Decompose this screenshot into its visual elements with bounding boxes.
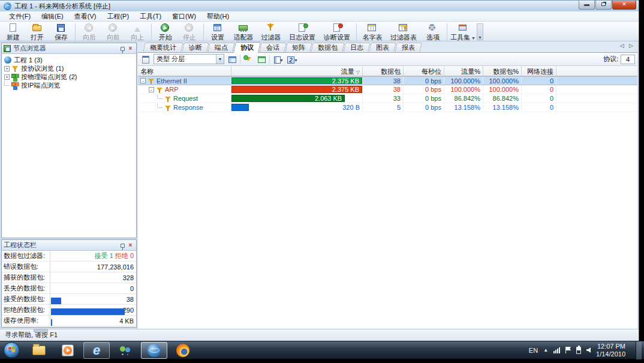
open-button[interactable]: 打开 [25,22,49,41]
column-header-packets-pct[interactable]: 数据包% [483,66,522,76]
taskbar-media-player-button[interactable] [55,342,81,359]
taskbar-capsa-button[interactable] [141,342,167,359]
tree-item-project[interactable]: 工程 1 (3) [4,56,136,64]
tab-protocol[interactable]: 协议 [233,42,261,53]
tab-summary[interactable]: 概要统计 [143,43,183,52]
protocol-row-arp-response[interactable]: Response 320 B 5 0 bps 13.158% 13.158% 0 [138,103,637,112]
menu-tools[interactable]: 工具(T) [134,12,167,21]
tab-chart[interactable]: 图表 [369,43,396,52]
toolbar-separator [75,23,76,40]
close-button[interactable]: ✕ [612,1,636,10]
export-table-icon[interactable] [256,55,267,64]
status-row-captured-packets: 捕获的数据包: 328 [2,272,136,283]
desktop-screen: 工程 1 - 科来网络分析系统 [停止] ▬ ✕ 文件(F) 编辑(E) 查看(… [0,0,644,363]
language-indicator[interactable]: EN [529,347,538,354]
taskbar-messenger-button[interactable] [112,342,139,359]
diagnosis-settings-icon [332,23,342,34]
pin-button[interactable] [119,44,127,52]
menu-window[interactable]: 窗口(W) [167,12,201,21]
display-type-combobox[interactable]: 类型 分层▼ [154,54,224,64]
new-file-icon [8,23,19,34]
filter-button[interactable]: 过滤器 [257,22,285,41]
protocol-row-arp[interactable]: - ARP 2.375 KB 38 0 bps 100.000% 100.000… [138,85,637,94]
new-button[interactable]: 新建 [1,22,25,41]
tab-scroll-arrows[interactable]: ◁ ▷ [620,43,635,49]
tree-expander[interactable]: + [4,74,10,80]
restore-icon [601,2,606,6]
taskbar-firefox-button[interactable] [170,342,196,359]
export-report-icon[interactable] [140,55,151,64]
tree-item-protocol-explore[interactable]: + 按协议浏览 (1) [4,64,136,73]
tree-expander[interactable]: + [4,66,10,71]
column-header-traffic-pct[interactable]: 流量% [444,66,483,76]
tab-diagnosis[interactable]: 诊断 [182,43,209,52]
filter-table-button[interactable]: 过滤器表 [386,22,421,41]
tree-connector [157,103,162,108]
column-header-connections[interactable]: 网络连接 [522,66,556,76]
protocol-row-ethernet[interactable]: - Ethernet II 2.375 KB 38 0 bps 100.000%… [138,76,637,85]
refresh-interval-icon[interactable]: 2▼ [285,55,296,64]
taskbar-explorer-button[interactable] [26,342,52,359]
log-settings-button[interactable]: 日志设置 [285,22,320,41]
status-row-rejected-packets: 拒绝的数据包: 290 [2,305,136,316]
column-header-packets[interactable]: 数据包 [363,66,404,76]
tree-item-physical-endpoint[interactable]: + 按物理端点浏览 (2) [4,73,136,81]
tree-item-ip-endpoint[interactable]: 按IP端点浏览 [4,81,136,89]
dock-resize-grip[interactable] [34,329,48,332]
toolbar-overflow-button[interactable]: ▼ [477,23,483,40]
speaker-icon[interactable] [586,347,591,353]
tab-log[interactable]: 日志 [343,43,370,52]
toolbar-separator [240,55,240,64]
name-table-button[interactable]: 名字表 [359,22,386,41]
row-expander[interactable]: - [149,87,154,92]
taskbar-clock[interactable]: 12:07 PM 1/14/2010 [596,343,625,358]
column-chooser-icon[interactable]: ▼ [272,55,283,64]
settings-button[interactable]: 设置 [206,22,230,41]
column-header-traffic[interactable]: 流量 ▽ [231,66,363,76]
start-capture-button[interactable]: ▶开始 [154,22,177,41]
battery-icon[interactable] [576,347,581,354]
menu-help[interactable]: 帮助(H) [201,12,234,21]
menu-file[interactable]: 文件(F) [4,12,36,21]
row-expander[interactable]: - [140,78,146,83]
toolset-button[interactable]: 工具集▼ [449,22,477,42]
pin-button[interactable] [119,241,127,249]
internet-explorer-icon: e [93,344,100,356]
adapter-button[interactable]: 适配器 [230,22,257,41]
node-explorer-header: 节点浏览器 × [2,43,136,54]
save-button[interactable]: 保存 [49,22,73,41]
protocol-icon [148,77,155,84]
restore-button[interactable] [595,1,612,10]
tab-packet[interactable]: 数据包 [311,43,344,52]
rejected-bar [51,308,125,315]
start-button[interactable] [4,342,20,358]
taskbar-ie-button[interactable]: e [83,342,110,359]
tab-report[interactable]: 报表 [395,43,422,52]
tab-matrix[interactable]: 矩阵 [285,43,312,52]
column-header-bps[interactable]: 每秒位 [404,66,444,76]
app-window: 工程 1 - 科来网络分析系统 [停止] ▬ ✕ 文件(F) 编辑(E) 查看(… [0,0,639,341]
minimize-button[interactable]: ▬ [579,1,595,10]
tab-endpoint[interactable]: 端点 [207,43,234,52]
hidden-icons-button[interactable]: ▲ [543,347,548,353]
column-header-name[interactable]: 名称 [138,66,231,76]
menu-edit[interactable]: 编辑(E) [36,12,69,21]
diagnosis-settings-button[interactable]: 诊断设置 [320,22,354,41]
panel-close-button[interactable]: × [127,241,134,249]
action-center-flag-icon[interactable] [565,347,571,353]
tab-conversation[interactable]: 会话 [259,43,286,52]
make-filter-icon[interactable] [243,55,254,64]
menu-project[interactable]: 工程(P) [101,12,134,21]
packets-cell: 38 [363,85,404,94]
menu-view[interactable]: 查看(V) [69,12,102,21]
table-view-icon[interactable] [227,55,237,64]
panel-close-button[interactable]: × [127,44,134,52]
open-folder-icon [32,23,43,34]
toolbar-separator [203,23,204,40]
log-settings-icon [297,23,308,34]
packets-cell: 33 [363,94,404,103]
protocol-row-arp-request[interactable]: Request 2.063 KB 33 0 bps 86.842% 86.842… [138,94,637,103]
show-desktop-button[interactable] [636,341,642,359]
network-signal-icon[interactable] [553,347,560,353]
options-button[interactable]: 选项 [421,22,445,41]
